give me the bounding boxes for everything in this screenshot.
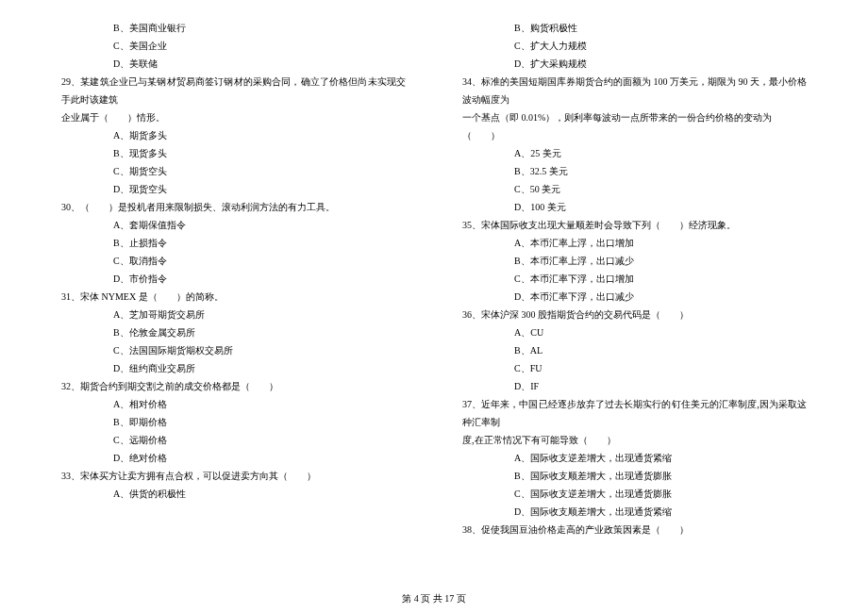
question-34-stem-2: 一个基点（即 0.01%），则利率每波动一点所带来的一份合约价格的变动为（ ） (462, 108, 807, 144)
option-line: C、法国国际期货期权交易所 (61, 341, 406, 359)
option-line: A、供货的积极性 (61, 485, 406, 503)
option-line: D、美联储 (61, 55, 406, 73)
option-line: B、即期价格 (61, 413, 406, 431)
option-line: A、国际收支逆差增大，出现通货紧缩 (462, 449, 807, 467)
option-line: C、远期价格 (61, 431, 406, 449)
question-31-stem: 31、宋体 NYMEX 是（ ）的简称。 (61, 288, 406, 306)
page-container: B、美国商业银行 C、美国企业 D、美联储 29、某建筑企业已与某钢材贸易商签订… (0, 0, 868, 585)
option-line: C、本币汇率下浮，出口增加 (462, 270, 807, 288)
option-line: D、国际收支顺差增大，出现通货紧缩 (462, 503, 807, 521)
option-line: D、绝对价格 (61, 449, 406, 467)
option-line: B、止损指令 (61, 234, 406, 252)
option-line: D、纽约商业交易所 (61, 359, 406, 377)
option-line: C、期货空头 (61, 162, 406, 180)
option-line: B、32.5 美元 (462, 162, 807, 180)
question-35-stem: 35、宋体国际收支出现大量顺差时会导致下列（ ）经济现象。 (462, 216, 807, 234)
option-line: D、100 美元 (462, 198, 807, 216)
question-36-stem: 36、宋体沪深 300 股指期货合约的交易代码是（ ） (462, 306, 807, 323)
option-line: B、伦敦金属交易所 (61, 323, 406, 341)
option-line: D、扩大采购规模 (462, 55, 807, 73)
question-32-stem: 32、期货合约到期交割之前的成交价格都是（ ） (61, 377, 406, 395)
option-line: C、国际收支逆差增大，出现通货膨胀 (462, 485, 807, 503)
option-line: C、50 美元 (462, 180, 807, 198)
page-footer: 第 4 页 共 17 页 (0, 591, 868, 605)
option-line: C、FU (462, 359, 807, 377)
left-column: B、美国商业银行 C、美国企业 D、美联储 29、某建筑企业已与某钢材贸易商签订… (47, 19, 434, 556)
question-38-stem: 38、促使我国豆油价格走高的产业政策因素是（ ） (462, 521, 807, 538)
option-line: C、美国企业 (61, 37, 406, 55)
question-37-stem-1: 37、近年来，中国已经逐步放弃了过去长期实行的钉住美元的汇率制度,因为采取这种汇… (462, 395, 807, 431)
option-line: C、取消指令 (61, 252, 406, 270)
right-column: B、购货积极性 C、扩大人力规模 D、扩大采购规模 34、标准的美国短期国库券期… (434, 19, 821, 556)
option-line: A、CU (462, 323, 807, 341)
option-line: B、本币汇率上浮，出口减少 (462, 252, 807, 270)
option-line: A、本币汇率上浮，出口增加 (462, 234, 807, 252)
question-30-stem: 30、（ ）是投机者用来限制损失、滚动利润方法的有力工具。 (61, 198, 406, 216)
question-29-stem-2: 企业属于（ ）情形。 (61, 108, 406, 126)
option-line: B、AL (462, 341, 807, 359)
question-37-stem-2: 度,在正常情况下有可能导致（ ） (462, 431, 807, 449)
option-line: A、套期保值指令 (61, 216, 406, 234)
option-line: A、芝加哥期货交易所 (61, 306, 406, 323)
option-line: C、扩大人力规模 (462, 37, 807, 55)
option-line: D、IF (462, 377, 807, 395)
question-34-stem-1: 34、标准的美国短期国库券期货合约的面额为 100 万美元，期限为 90 天，最… (462, 73, 807, 108)
option-line: D、本币汇率下浮，出口减少 (462, 288, 807, 306)
option-line: B、现货多头 (61, 144, 406, 162)
option-line: A、期货多头 (61, 126, 406, 144)
option-line: D、现货空头 (61, 180, 406, 198)
question-33-stem: 33、宋体买方让卖方拥有点合权，可以促进卖方向其（ ） (61, 467, 406, 485)
option-line: A、相对价格 (61, 395, 406, 413)
option-line: B、购货积极性 (462, 19, 807, 37)
option-line: B、美国商业银行 (61, 19, 406, 37)
option-line: D、市价指令 (61, 270, 406, 288)
option-line: B、国际收支顺差增大，出现通货膨胀 (462, 467, 807, 485)
option-line: A、25 美元 (462, 144, 807, 162)
question-29-stem-1: 29、某建筑企业已与某钢材贸易商签订钢材的采购合同，确立了价格但尚未实现交手此时… (61, 73, 406, 108)
